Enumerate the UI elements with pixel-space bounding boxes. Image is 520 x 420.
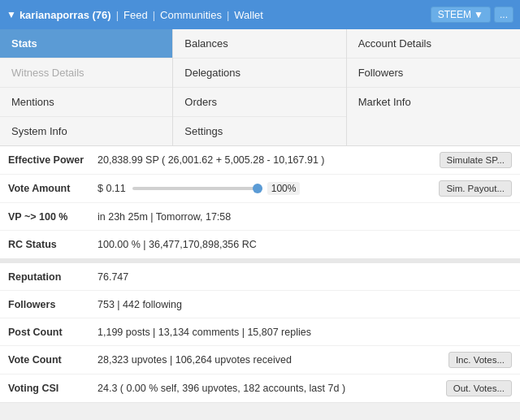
effective-power-label: Effective Power bbox=[8, 154, 98, 166]
inc-votes-button[interactable]: Inc. Votes... bbox=[448, 352, 512, 368]
vote-amount-value: $ 0.11 bbox=[98, 183, 126, 194]
voting-csi-value: 24.3 ( 0.00 % self, 396 upvotes, 182 acc… bbox=[98, 383, 446, 394]
vp-label: VP ~> 100 % bbox=[8, 211, 98, 223]
menu-item-settings[interactable]: Settings bbox=[173, 117, 345, 145]
menu-item-balances[interactable]: Balances bbox=[173, 29, 345, 58]
menu-item-followers[interactable]: Followers bbox=[347, 58, 520, 88]
menu-col-2: Balances Delegations Orders Settings bbox=[173, 29, 346, 145]
stat-row-followers: Followers 753 | 442 following bbox=[0, 291, 520, 318]
menu-item-stats[interactable]: Stats bbox=[0, 29, 172, 58]
content-area: Effective Power 20,838.99 SP ( 26,001.62… bbox=[0, 146, 520, 403]
menu-col-1: Stats Witness Details Mentions System In… bbox=[0, 29, 173, 145]
rc-status-label: RC Status bbox=[8, 239, 98, 250]
menu-item-orders[interactable]: Orders bbox=[173, 88, 345, 117]
followers-label: Followers bbox=[8, 299, 98, 310]
stat-row-rc-status: RC Status 100.00 % | 36,477,170,898,356 … bbox=[0, 231, 520, 258]
stat-row-vote-count: Vote Count 28,323 upvotes | 106,264 upvo… bbox=[0, 346, 520, 375]
rc-status-value: 100.00 % | 36,477,170,898,356 RC bbox=[98, 239, 512, 250]
menu-item-market-info[interactable]: Market Info bbox=[347, 88, 520, 116]
menu-item-mentions[interactable]: Mentions bbox=[0, 88, 172, 117]
brand[interactable]: ▼ karianaporras (76) bbox=[6, 9, 111, 21]
top-nav-right: STEEM ▼ ... bbox=[431, 6, 514, 23]
wallet-link[interactable]: Wallet bbox=[234, 9, 263, 21]
sep2: | bbox=[153, 9, 155, 21]
reputation-label: Reputation bbox=[8, 271, 98, 283]
menu-item-witness: Witness Details bbox=[0, 58, 172, 88]
brand-label: karianaporras (76) bbox=[20, 9, 111, 21]
reputation-value: 76.747 bbox=[98, 271, 512, 283]
vote-slider[interactable] bbox=[132, 187, 262, 190]
stat-row-vp: VP ~> 100 % in 23h 25m | Tomorrow, 17:58 bbox=[0, 203, 520, 231]
stat-row-effective-power: Effective Power 20,838.99 SP ( 26,001.62… bbox=[0, 146, 520, 175]
menu-item-account-details[interactable]: Account Details bbox=[347, 29, 520, 58]
top-nav: ▼ karianaporras (76) | Feed | Communitie… bbox=[0, 0, 520, 29]
stat-row-vote-amount: Vote Amount $ 0.11 100% Sim. Payout... bbox=[0, 175, 520, 203]
stat-row-voting-csi: Voting CSI 24.3 ( 0.00 % self, 396 upvot… bbox=[0, 375, 520, 402]
steem-button[interactable]: STEEM ▼ bbox=[431, 6, 491, 23]
sep3: | bbox=[227, 9, 229, 21]
feed-link[interactable]: Feed bbox=[124, 9, 148, 21]
vote-count-label: Vote Count bbox=[8, 354, 98, 366]
voting-csi-label: Voting CSI bbox=[8, 383, 98, 394]
communities-link[interactable]: Communities bbox=[160, 9, 222, 21]
sep1: | bbox=[116, 9, 119, 21]
more-button[interactable]: ... bbox=[494, 6, 514, 23]
post-count-value: 1,199 posts | 13,134 comments | 15,807 r… bbox=[98, 327, 512, 338]
effective-power-value: 20,838.99 SP ( 26,001.62 + 5,005.28 - 10… bbox=[98, 154, 440, 166]
stat-row-reputation: Reputation 76.747 bbox=[0, 263, 520, 291]
post-count-label: Post Count bbox=[8, 327, 98, 338]
vote-amount-label: Vote Amount bbox=[8, 183, 98, 194]
menu-item-sysinfo[interactable]: System Info bbox=[0, 117, 172, 145]
simulate-sp-button[interactable]: Simulate SP... bbox=[440, 152, 512, 168]
vp-value: in 23h 25m | Tomorrow, 17:58 bbox=[98, 211, 512, 223]
menu-col-3: Account Details Followers Market Info bbox=[347, 29, 520, 145]
stats-section-1: Effective Power 20,838.99 SP ( 26,001.62… bbox=[0, 146, 520, 259]
stat-row-post-count: Post Count 1,199 posts | 13,134 comments… bbox=[0, 318, 520, 346]
menu-item-delegations[interactable]: Delegations bbox=[173, 58, 345, 88]
vote-slider-wrap: 100% bbox=[132, 182, 433, 195]
stats-section-2: Reputation 76.747 Followers 753 | 442 fo… bbox=[0, 259, 520, 403]
followers-value: 753 | 442 following bbox=[98, 299, 512, 310]
vote-pct: 100% bbox=[267, 182, 301, 195]
menu-grid: Stats Witness Details Mentions System In… bbox=[0, 29, 520, 146]
vote-count-value: 28,323 upvotes | 106,264 upvotes receive… bbox=[98, 354, 448, 366]
out-votes-button[interactable]: Out. Votes... bbox=[446, 380, 512, 396]
sim-payout-button[interactable]: Sim. Payout... bbox=[439, 180, 512, 197]
